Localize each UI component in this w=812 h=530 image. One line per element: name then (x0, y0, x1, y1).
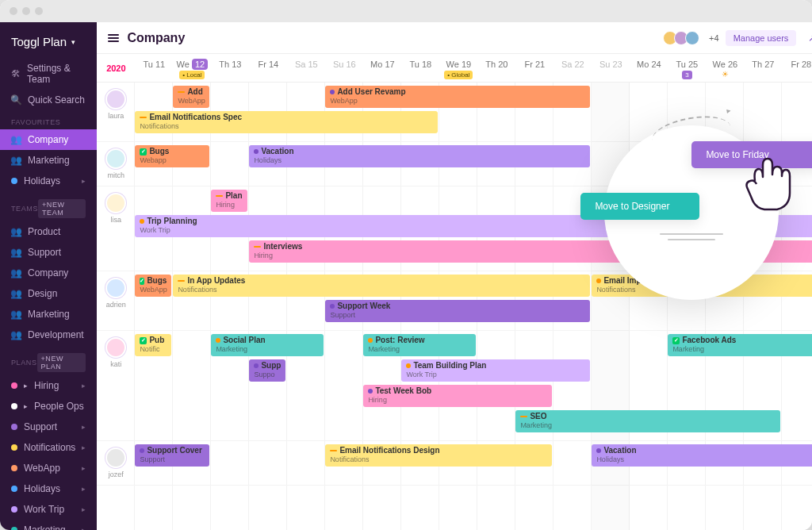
person-cell[interactable]: mitch (97, 142, 135, 186)
flag-icon: ▸ (24, 402, 28, 410)
brand-menu[interactable]: Toggl Plan ▾ (0, 30, 97, 58)
window-close-icon[interactable] (10, 7, 17, 15)
task-lanes[interactable]: ✓ BugsWebapp VacationHolidays (135, 142, 812, 186)
sidebar-item-marketing[interactable]: 👥Marketing (0, 304, 97, 325)
task-bar[interactable]: Test Week BobHiring (363, 385, 552, 407)
calendar-day[interactable]: Sa 15 (287, 56, 325, 79)
calendar-day[interactable]: Mo 17 (363, 56, 401, 79)
task-lanes[interactable]: Support CoverSupport Email Notifications… (135, 441, 812, 485)
task-bar[interactable]: Post: ReviewMarketing (363, 334, 476, 356)
calendar-day[interactable]: Sa 22 (553, 56, 592, 79)
task-title: Post: Review (368, 336, 471, 345)
task-bar[interactable]: ✓ PubNotific (135, 334, 171, 356)
person-name: laura (108, 112, 124, 120)
calendar-day[interactable]: Su 16 (325, 56, 363, 79)
calendar-day[interactable]: Tu 18 (401, 56, 439, 79)
window-minimize-icon[interactable] (22, 7, 30, 15)
settings-team-link[interactable]: 🛠 Settings & Team (0, 58, 97, 90)
share-icon[interactable]: ↗ (802, 29, 812, 48)
task-lanes[interactable]: PlanHiring Trip PlanningWork Trip Interv… (135, 186, 812, 271)
manage-users-button[interactable]: Manage users (726, 30, 797, 46)
task-bar[interactable]: Email Notifications DesignNotifications (325, 444, 552, 467)
person-cell[interactable]: adrien (97, 271, 135, 330)
person-cell[interactable]: laura (97, 83, 135, 141)
calendar-day[interactable]: Tu 11 (135, 56, 173, 79)
calendar-day[interactable]: We 12• Local (173, 56, 211, 79)
task-bar[interactable]: Add User RevampWebApp (325, 86, 590, 108)
calendar-day[interactable]: We 19• Global (439, 56, 477, 79)
task-bar[interactable]: Trip PlanningWork Trip (135, 215, 812, 237)
sidebar-item-design[interactable]: 👥Design (0, 283, 97, 304)
task-lanes[interactable]: ✓ PubNotific Social PlanMarketing Post: … (135, 331, 812, 440)
quick-search-link[interactable]: 🔍 Quick Search (0, 90, 97, 110)
task-bar[interactable]: Email Notifications SpecNotifications (135, 111, 438, 133)
task-bar[interactable]: VacationHolidays (592, 444, 812, 467)
task-bar[interactable]: AddWebApp (173, 86, 209, 108)
sidebar-item-product[interactable]: 👥Product (0, 221, 97, 242)
task-bar[interactable]: VacationHolidays (249, 145, 590, 167)
task-bar[interactable]: Support WeekSupport (325, 300, 590, 322)
task-subtitle: Notific (140, 345, 167, 354)
calendar-day[interactable]: Th 20 (477, 56, 515, 79)
sidebar-item-marketing[interactable]: 👥Marketing (0, 150, 97, 171)
sidebar-item-support[interactable]: Support▸ (0, 417, 97, 437)
task-bar[interactable]: ✓ Facebook AdsMarketing (668, 334, 812, 356)
task-bar[interactable]: Team Building PlanWork Trip (401, 359, 590, 382)
dot-icon (596, 448, 601, 453)
person-name: adrien (106, 301, 126, 309)
sidebar-item-holidays[interactable]: Holidays▸ (0, 171, 97, 191)
task-bar[interactable]: In App UpdatesNotifications (173, 275, 590, 297)
task-subtitle: Suppo (254, 371, 281, 379)
sidebar-item-notifications[interactable]: Notifications▸ (0, 437, 97, 458)
sidebar-item-company[interactable]: 👥Company (0, 129, 97, 150)
sidebar: Toggl Plan ▾ 🛠 Settings & Team 🔍 Quick S… (0, 22, 97, 530)
timeline[interactable]: laura AddWebApp Add User RevampWebApp Em… (97, 83, 812, 530)
task-bar[interactable]: Support CoverSupport (135, 444, 209, 467)
calendar-day[interactable]: Th 13 (211, 56, 249, 79)
sidebar-item-company[interactable]: 👥Company (0, 263, 97, 283)
sidebar-item-holidays[interactable]: Holidays▸ (0, 478, 97, 499)
person-cell[interactable]: lisa (97, 186, 135, 271)
menu-icon[interactable] (108, 34, 119, 42)
calendar-day[interactable]: Mo 24 (630, 56, 668, 79)
window-zoom-icon[interactable] (35, 7, 43, 15)
task-bar[interactable]: Email ImplementationNotifications (592, 275, 812, 297)
task-bar[interactable]: PlanHiring (211, 190, 247, 212)
task-lanes[interactable]: ✓ BugsWebApp In App UpdatesNotifications… (135, 271, 812, 330)
sidebar-item-marketing[interactable]: Marketing▸ (0, 520, 97, 530)
user-avatars[interactable] (666, 31, 699, 45)
sidebar-item-label: WebApp (24, 463, 60, 474)
calendar-day[interactable]: Fr 28 (782, 56, 812, 79)
people-icon: 👥 (11, 248, 21, 258)
calendar-day[interactable]: We 26☀ (706, 56, 744, 79)
task-title: ✓ Facebook Ads (672, 336, 812, 345)
calendar-day[interactable]: Fr 21 (515, 56, 553, 79)
task-subtitle: Work Trip (140, 226, 812, 235)
calendar-day[interactable]: Tu 253 (668, 56, 706, 79)
sidebar-item-work-trip[interactable]: Work Trip▸ (0, 499, 97, 520)
task-lanes[interactable]: AddWebApp Add User RevampWebApp Email No… (135, 83, 812, 141)
task-bar[interactable]: SuppSuppo (249, 359, 285, 382)
new-team-button[interactable]: +New Team (38, 199, 86, 218)
new-plan-button[interactable]: +New Plan (37, 353, 86, 372)
calendar-day[interactable]: Su 23 (592, 56, 630, 79)
person-cell[interactable]: jozef (97, 441, 135, 485)
sidebar-item-webapp[interactable]: WebApp▸ (0, 458, 97, 478)
dash-icon (178, 280, 185, 282)
task-bar[interactable]: InterviewsHiring (249, 240, 812, 263)
year-label[interactable]: 2020 (97, 63, 135, 73)
sidebar-item-hiring[interactable]: ▸Hiring▸ (0, 375, 97, 396)
task-bar[interactable]: Social PlanMarketing (211, 334, 324, 356)
calendar-day[interactable]: Th 27 (744, 56, 782, 79)
task-bar[interactable]: ✓ BugsWebApp (135, 275, 171, 297)
nav-label: Quick Search (28, 94, 85, 106)
person-cell[interactable]: kati (97, 331, 135, 440)
sidebar-item-support[interactable]: 👥Support (0, 242, 97, 263)
calendar-header: 2020 Tu 11We 12• LocalTh 13Fr 14Sa 15Su … (97, 54, 812, 83)
calendar-day[interactable]: Fr 14 (249, 56, 287, 79)
task-bar[interactable]: SEOMarketing (515, 410, 780, 432)
sidebar-item-people-ops[interactable]: ▸People Ops (0, 396, 97, 417)
task-bar[interactable]: ✓ BugsWebapp (135, 145, 209, 167)
sidebar-item-development[interactable]: 👥Development (0, 325, 97, 345)
more-users-count[interactable]: +4 (709, 33, 719, 43)
